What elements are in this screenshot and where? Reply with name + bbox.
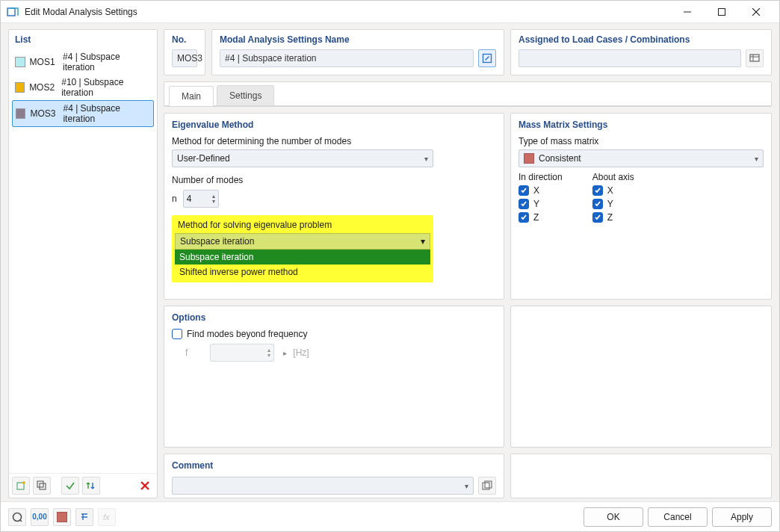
ok-button[interactable]: OK <box>584 507 643 527</box>
comment-input[interactable]: ▾ <box>172 477 474 495</box>
solve-dropdown[interactable]: Subspace iteration▾ <box>175 233 430 250</box>
svg-rect-5 <box>17 483 24 489</box>
name-input[interactable]: #4 | Subspace iteration <box>220 49 474 67</box>
list-label: #4 | Subspace iteration <box>63 52 151 72</box>
n-symbol: n <box>172 194 177 204</box>
swatch-icon <box>16 108 25 119</box>
chevron-down-icon: ▾ <box>424 155 428 163</box>
solve-section: Method for solving eigenvalue problem Su… <box>172 215 433 282</box>
spinner-arrows-icon[interactable]: ▴▾ <box>212 194 215 204</box>
name-label: Modal Analysis Settings Name <box>220 34 496 45</box>
svg-rect-14 <box>483 483 489 489</box>
list-panel: List MOS1 #4 | Subspace iteration MOS2 #… <box>8 29 158 498</box>
solve-label: Method for solving eigenvalue problem <box>175 218 430 232</box>
window-title: Edit Modal Analysis Settings <box>25 7 670 17</box>
dir-x-checkbox[interactable] <box>519 185 529 196</box>
eigenvalue-title: Eigenvalue Method <box>172 120 496 130</box>
tab-main[interactable]: Main <box>169 86 214 106</box>
tab-bar: Main Settings <box>164 82 771 106</box>
mass-swatch-icon <box>524 153 534 164</box>
list-id: MOS3 <box>30 108 58 119</box>
name-group: Modal Analysis Settings Name #4 | Subspa… <box>211 29 504 75</box>
app-icon <box>7 6 19 18</box>
mass-title: Mass Matrix Settings <box>519 120 764 130</box>
sort-button[interactable] <box>82 477 100 495</box>
apply-button[interactable]: Apply <box>712 507 772 527</box>
edit-name-button[interactable] <box>478 49 496 67</box>
list-item[interactable]: MOS2 #10 | Subspace iteration <box>12 75 154 100</box>
assigned-input[interactable] <box>519 49 741 67</box>
list-id: MOS1 <box>30 57 59 67</box>
chevron-down-icon: ▾ <box>465 482 468 490</box>
svg-rect-0 <box>7 8 15 16</box>
options-title: Options <box>172 312 496 323</box>
comment-section: Comment ▾ <box>164 454 504 498</box>
assigned-browse-button[interactable] <box>746 49 764 67</box>
f-input: ▴▾ <box>210 344 274 362</box>
svg-rect-7 <box>40 483 46 489</box>
titlebar: Edit Modal Analysis Settings <box>1 1 779 23</box>
delete-button[interactable] <box>136 477 154 495</box>
mass-type-dropdown[interactable]: Consistent ▾ <box>519 149 764 167</box>
color-button[interactable] <box>53 508 71 526</box>
mass-section: Mass Matrix Settings Type of mass matrix… <box>510 113 772 300</box>
list-title: List <box>9 30 157 49</box>
axis-x-checkbox[interactable] <box>592 185 603 196</box>
dir-z-checkbox[interactable] <box>519 212 529 223</box>
n-input[interactable]: 4 ▴▾ <box>183 190 219 208</box>
n-label: Number of modes <box>172 175 496 185</box>
tree-button[interactable] <box>75 508 93 526</box>
solve-option[interactable]: Shifted inverse power method <box>175 265 430 279</box>
axis-z-checkbox[interactable] <box>592 212 603 223</box>
axis-label: About axis <box>592 172 634 182</box>
validate-button[interactable] <box>61 477 79 495</box>
swatch-icon <box>15 82 25 93</box>
assigned-group: Assigned to Load Cases / Combinations <box>510 29 772 75</box>
help-button[interactable] <box>8 508 26 526</box>
comment-edit-button[interactable] <box>478 477 496 495</box>
no-label: No. <box>172 34 197 45</box>
no-group: No. MOS3 <box>164 29 205 75</box>
svg-text:fx: fx <box>103 513 110 522</box>
close-button[interactable] <box>739 1 773 23</box>
svg-rect-2 <box>719 8 725 15</box>
cancel-button[interactable]: Cancel <box>648 507 708 527</box>
no-input[interactable]: MOS3 <box>172 49 197 67</box>
copy-item-button[interactable] <box>33 477 51 495</box>
mass-type-label: Type of mass matrix <box>519 136 764 146</box>
solve-option[interactable]: Subspace iteration <box>175 250 430 265</box>
find-modes-checkbox[interactable] <box>172 329 182 339</box>
f-symbol: f <box>185 347 188 358</box>
eigenvalue-section: Eigenvalue Method Method for determining… <box>164 113 504 300</box>
empty-section-1 <box>510 306 772 448</box>
empty-section-2 <box>510 454 772 498</box>
svg-rect-15 <box>485 481 492 488</box>
svg-line-17 <box>20 519 22 522</box>
list-item[interactable]: MOS3 #4 | Subspace iteration <box>12 100 154 127</box>
dir-y-checkbox[interactable] <box>519 199 529 209</box>
maximize-button[interactable] <box>705 1 739 23</box>
units-button[interactable]: 0,00 <box>31 508 49 526</box>
find-modes-label: Find modes beyond frequency <box>187 329 307 339</box>
direction-label: In direction <box>519 172 563 182</box>
spinner-arrows-icon: ▴▾ <box>267 347 270 358</box>
svg-rect-6 <box>37 481 43 487</box>
f-unit: [Hz] <box>293 347 309 358</box>
svg-rect-11 <box>750 55 759 61</box>
function-button: fx <box>98 508 116 526</box>
minimize-button[interactable] <box>670 1 705 23</box>
chevron-down-icon: ▾ <box>755 155 758 163</box>
tab-settings[interactable]: Settings <box>217 85 274 105</box>
list-id: MOS2 <box>29 82 57 93</box>
method-label: Method for determining the number of mod… <box>172 136 496 146</box>
list-item[interactable]: MOS1 #4 | Subspace iteration <box>12 49 154 75</box>
options-section: Options Find modes beyond frequency f ▴▾… <box>164 306 504 448</box>
axis-y-checkbox[interactable] <box>592 199 603 209</box>
assigned-label: Assigned to Load Cases / Combinations <box>519 34 764 45</box>
chevron-down-icon: ▾ <box>421 236 425 247</box>
list-label: #4 | Subspace iteration <box>63 103 150 124</box>
new-item-button[interactable] <box>12 477 30 495</box>
method-dropdown[interactable]: User-Defined▾ <box>172 149 433 167</box>
swatch-icon <box>15 57 25 67</box>
list-label: #10 | Subspace iteration <box>61 77 151 98</box>
